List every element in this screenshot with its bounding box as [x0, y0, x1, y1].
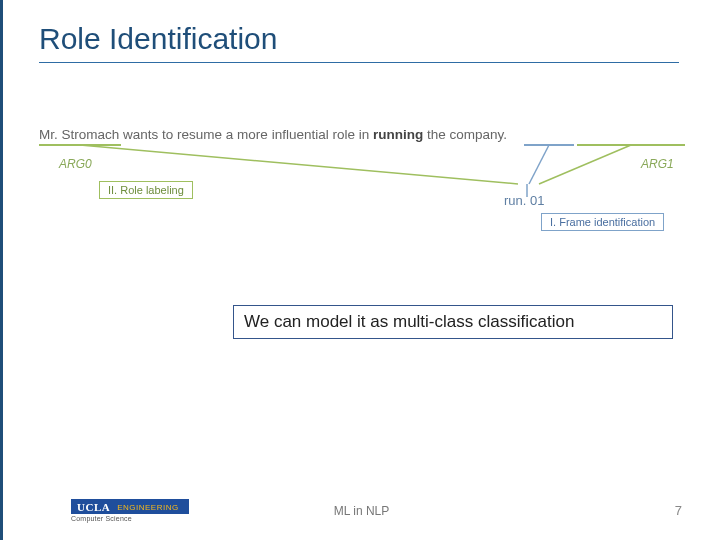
footer-center-text: ML in NLP	[334, 504, 390, 518]
svg-line-5	[529, 145, 549, 184]
title-block: Role Identification	[3, 0, 720, 71]
token-predicate: running	[373, 127, 423, 142]
arg1-label: ARG1	[641, 157, 674, 171]
logo-text-ucla: UCLA	[77, 501, 110, 513]
pill-frame-identification: I. Frame identification	[541, 213, 664, 231]
page-number: 7	[675, 503, 682, 518]
title-underline	[39, 62, 679, 63]
slide: Role Identification Mr. Stromach wants t…	[0, 0, 720, 540]
logo-banner: UCLA ENGINEERING	[71, 499, 189, 514]
pill-role-labeling: II. Role labeling	[99, 181, 193, 199]
page-title: Role Identification	[39, 22, 720, 56]
arg0-label: ARG0	[59, 157, 92, 171]
token-arg1: the company.	[427, 127, 507, 142]
logo-text-engineering: ENGINEERING	[117, 503, 179, 512]
footer: UCLA ENGINEERING Computer Science ML in …	[3, 492, 720, 522]
token-arg0: Mr. Stromach	[39, 127, 119, 142]
svg-line-4	[539, 145, 631, 184]
example-sentence: Mr. Stromach wants to resume a more infl…	[39, 127, 687, 142]
callout-box: We can model it as multi-class classific…	[233, 305, 673, 339]
svg-line-3	[80, 145, 518, 184]
token-mid2: a more influential role in	[226, 127, 369, 142]
srl-diagram: Mr. Stromach wants to resume a more infl…	[39, 115, 687, 265]
ucla-logo: UCLA ENGINEERING Computer Science	[71, 499, 189, 522]
logo-subtext: Computer Science	[71, 515, 189, 522]
token-mid1: wants to resume	[123, 127, 222, 142]
frame-label: run. 01	[504, 193, 544, 208]
